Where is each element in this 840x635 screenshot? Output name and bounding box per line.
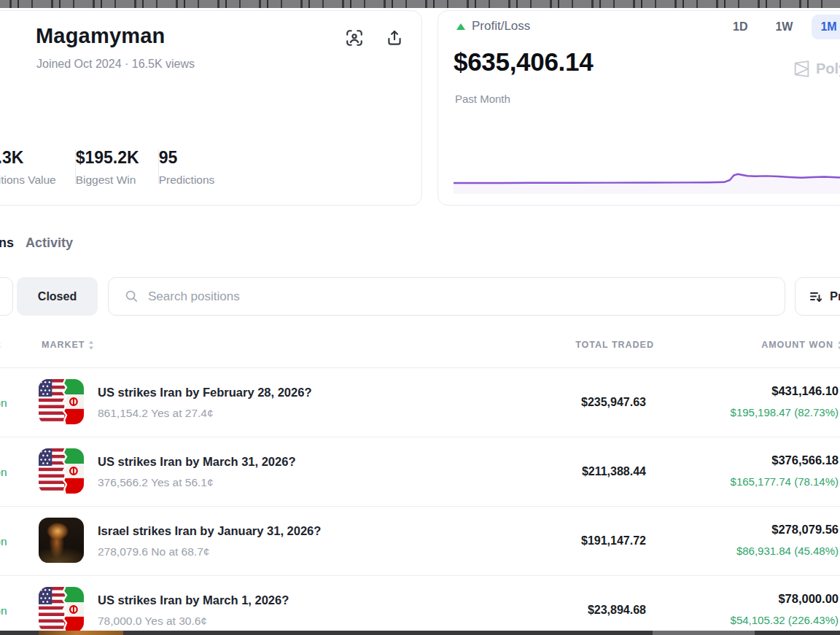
taskbar-edge [0,631,840,635]
us-iran-flags-icon [39,587,84,632]
tab-activity[interactable]: Activity [26,235,73,251]
market-image [39,448,84,494]
pnl-period: Past Month [455,93,510,105]
sort-carets-icon [0,340,1,350]
search-input[interactable] [148,289,731,304]
header-market[interactable]: MARKET [42,340,94,350]
amount-won-value: $278,079.56 [771,523,839,537]
explosion-image [39,518,84,563]
up-triangle-icon [456,23,465,30]
amount-won-value: $431,146.10 [771,384,839,398]
amount-won-value: $376,566.18 [771,453,839,467]
profit-value: $165,177.74 (78.14%) [731,475,839,488]
total-traded-value: $23,894.68 [588,604,646,617]
table-row[interactable]: Won [0,437,840,506]
filter-pill-closed[interactable]: Closed [17,277,98,316]
header-amount-won[interactable]: AMOUNT WON [761,340,840,350]
profile-stats: $4.3K Positions Value $195.2K Biggest Wi… [0,148,233,187]
table-row[interactable]: Won [0,367,840,437]
position-detail: 861,154.2 Yes at 27.4¢ [98,407,214,420]
pnl-line-chart [454,121,840,194]
header-result[interactable]: RESULT [0,340,1,350]
browser-chrome-top [0,0,840,8]
stat-predictions: 95 Predictions [159,148,234,187]
us-iran-flags-icon [39,448,84,494]
polymarket-logo-icon [793,60,811,78]
result-badge: Won [0,466,7,479]
search-icon [125,289,139,303]
header-total-traded[interactable]: TOTAL TRADED [575,340,654,350]
position-detail: 376,566.2 Yes at 56.1¢ [98,476,214,489]
table-row[interactable]: Won [0,506,840,575]
pnl-label: Profit/Loss [472,19,530,34]
range-1w[interactable]: 1W [766,15,801,39]
face-scan-icon[interactable] [345,28,364,47]
pnl-value: $635,406.14 [454,47,593,77]
market-title: US strikes Iran by March 31, 2026? [98,455,295,469]
polymarket-watermark: Polymarket [793,60,840,78]
amount-won-value: $78,000.00 [778,592,839,606]
search-box [108,277,785,316]
market-image [39,379,84,424]
range-1d[interactable]: 1D [724,15,756,39]
table-header: RESULT MARKET TOTAL TRADED AMOUNT WON [0,340,840,354]
range-1m[interactable]: 1M [812,15,840,39]
positions-table: Won [0,367,840,635]
profile-card: Magamyman Joined Oct 2024 · 16.5K views … [0,10,422,206]
position-detail: 278,079.6 No at 68.7¢ [98,545,209,558]
pnl-header: Profit/Loss [456,19,530,34]
range-selector: 1D 1W 1M [724,15,840,39]
sort-button[interactable]: Profit [795,277,840,316]
profit-value: $195,198.47 (82.73%) [731,406,839,418]
total-traded-value: $191,147.72 [581,534,646,548]
result-badge: Won [0,535,7,548]
position-detail: 78,000.0 Yes at 30.6¢ [98,615,207,628]
profile-name: Magamyman [36,24,165,48]
market-title: US strikes Iran by March 1, 2026? [98,593,289,607]
sort-descending-icon [809,289,823,304]
market-title: Israel strikes Iran by January 31, 2026? [98,524,321,538]
us-iran-flags-icon [39,379,84,424]
table-row[interactable]: Won [0,575,840,635]
market-title: US strikes Iran by February 28, 2026? [98,386,311,400]
market-image [39,587,84,632]
sort-carets-icon [837,340,840,350]
result-badge: Won [0,604,7,618]
profile-meta: Joined Oct 2024 · 16.5K views [36,58,195,71]
total-traded-value: $235,947.63 [581,396,646,409]
sort-label: Profit [830,289,840,303]
stat-biggest-win: $195.2K Biggest Win [76,148,158,187]
taskbar-segment [39,631,123,635]
sort-carets-icon [88,340,94,350]
profit-value: $54,105.32 (226.43%) [731,614,839,626]
result-badge: Won [0,397,7,410]
share-icon[interactable] [385,28,404,47]
total-traded-value: $211,388.44 [582,465,646,478]
tab-positions[interactable]: Positions [0,235,14,251]
profit-value: $86,931.84 (45.48%) [736,545,839,557]
stat-positions-value: $4.3K Positions Value [0,148,75,187]
screen: Magamyman Joined Oct 2024 · 16.5K views … [0,0,840,635]
filter-pill-active[interactable]: Active [0,277,13,316]
market-image [39,518,84,563]
taskbar-segment [653,631,755,635]
pnl-card: Profit/Loss 1D 1W 1M $635,406.14 Past Mo… [438,10,840,206]
